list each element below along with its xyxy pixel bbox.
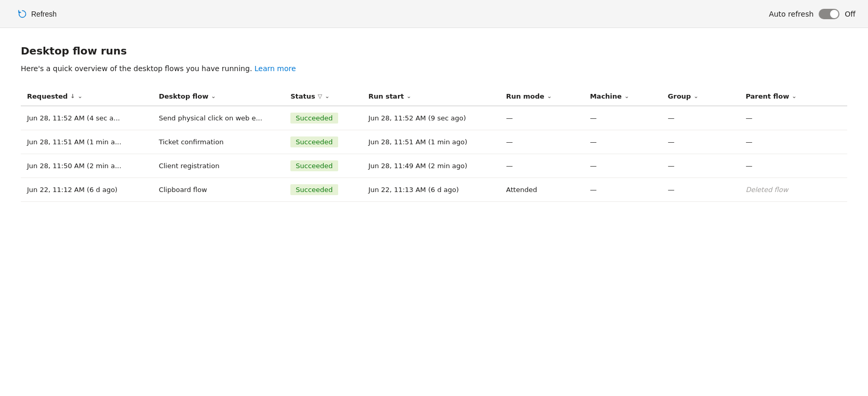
cell-requested: Jun 28, 11:51 AM (1 min a... [21, 130, 153, 154]
top-bar: Refresh Auto refresh Off [0, 0, 868, 28]
cell-parent_flow: — [739, 106, 847, 130]
col-header-parent-flow[interactable]: Parent flow ⌄ [739, 87, 847, 106]
cell-run_start: Jun 22, 11:13 AM (6 d ago) [362, 178, 500, 202]
chevron-down-icon-8: ⌄ [792, 93, 796, 100]
table-row[interactable]: Jun 28, 11:51 AM (1 min a...Ticket confi… [21, 130, 847, 154]
table-header: Requested ↓ ⌄ Desktop flow ⌄ Status ▽ [21, 87, 847, 106]
description-text: Here's a quick overview of the desktop f… [21, 64, 252, 73]
col-label-status: Status [290, 92, 315, 100]
status-badge: Succeeded [290, 184, 338, 195]
table-row[interactable]: Jun 28, 11:50 AM (2 min a...Client regis… [21, 154, 847, 178]
cell-requested: Jun 28, 11:50 AM (2 min a... [21, 154, 153, 178]
cell-desktop_flow: Send physical click on web e... [153, 106, 285, 130]
status-badge: Succeeded [290, 113, 338, 124]
col-header-status[interactable]: Status ▽ ⌄ [284, 87, 362, 106]
cell-machine: — [584, 178, 662, 202]
main-content: Desktop flow runs Here's a quick overvie… [0, 28, 868, 396]
cell-requested: Jun 28, 11:52 AM (4 sec a... [21, 106, 153, 130]
cell-run_mode: — [500, 154, 583, 178]
col-header-requested[interactable]: Requested ↓ ⌄ [21, 87, 153, 106]
cell-desktop_flow: Clipboard flow [153, 178, 285, 202]
auto-refresh-toggle[interactable] [819, 9, 839, 19]
chevron-down-icon: ⌄ [78, 93, 83, 100]
flow-runs-table: Requested ↓ ⌄ Desktop flow ⌄ Status ▽ [21, 87, 847, 202]
table-row[interactable]: Jun 28, 11:52 AM (4 sec a...Send physica… [21, 106, 847, 130]
cell-parent_flow: — [739, 154, 847, 178]
cell-run_mode: — [500, 106, 583, 130]
cell-machine: — [584, 106, 662, 130]
cell-requested: Jun 22, 11:12 AM (6 d ago) [21, 178, 153, 202]
col-label-machine: Machine [590, 92, 622, 100]
table-row[interactable]: Jun 22, 11:12 AM (6 d ago)Clipboard flow… [21, 178, 847, 202]
col-label-desktop-flow: Desktop flow [159, 92, 209, 100]
page-title: Desktop flow runs [21, 45, 847, 57]
refresh-icon [18, 9, 27, 19]
chevron-down-icon-3: ⌄ [325, 93, 329, 100]
cell-desktop_flow: Client registration [153, 154, 285, 178]
auto-refresh-area: Auto refresh Off [769, 9, 856, 19]
chevron-down-icon-6: ⌄ [624, 93, 629, 100]
page-description: Here's a quick overview of the desktop f… [21, 64, 847, 73]
cell-run_mode: Attended [500, 178, 583, 202]
col-header-group[interactable]: Group ⌄ [662, 87, 740, 106]
cell-group: — [662, 106, 740, 130]
cell-machine: — [584, 130, 662, 154]
filter-icon: ▽ [318, 93, 322, 100]
cell-status: Succeeded [284, 154, 362, 178]
refresh-label: Refresh [31, 10, 57, 18]
col-header-machine[interactable]: Machine ⌄ [584, 87, 662, 106]
col-label-run-mode: Run mode [506, 92, 544, 100]
cell-parent_flow: Deleted flow [739, 178, 847, 202]
chevron-down-icon-5: ⌄ [547, 93, 552, 100]
chevron-down-icon-7: ⌄ [693, 93, 698, 100]
status-badge: Succeeded [290, 160, 338, 171]
cell-status: Succeeded [284, 106, 362, 130]
toggle-state-label: Off [845, 10, 856, 18]
cell-machine: — [584, 154, 662, 178]
col-label-parent-flow: Parent flow [745, 92, 789, 100]
cell-status: Succeeded [284, 178, 362, 202]
cell-group: — [662, 178, 740, 202]
cell-run_start: Jun 28, 11:52 AM (9 sec ago) [362, 106, 500, 130]
col-label-group: Group [668, 92, 691, 100]
col-label-run-start: Run start [368, 92, 404, 100]
sort-down-icon: ↓ [70, 93, 75, 100]
learn-more-link[interactable]: Learn more [255, 64, 296, 73]
cell-run_start: Jun 28, 11:51 AM (1 min ago) [362, 130, 500, 154]
chevron-down-icon-2: ⌄ [211, 93, 216, 100]
refresh-button[interactable]: Refresh [12, 6, 62, 22]
cell-group: — [662, 154, 740, 178]
cell-parent_flow: — [739, 130, 847, 154]
cell-desktop_flow: Ticket confirmation [153, 130, 285, 154]
col-header-run-start[interactable]: Run start ⌄ [362, 87, 500, 106]
col-label-requested: Requested [27, 92, 68, 100]
cell-run_mode: — [500, 130, 583, 154]
status-badge: Succeeded [290, 136, 338, 147]
header-row: Requested ↓ ⌄ Desktop flow ⌄ Status ▽ [21, 87, 847, 106]
table-body: Jun 28, 11:52 AM (4 sec a...Send physica… [21, 106, 847, 202]
col-header-run-mode[interactable]: Run mode ⌄ [500, 87, 583, 106]
col-header-desktop-flow[interactable]: Desktop flow ⌄ [153, 87, 285, 106]
cell-status: Succeeded [284, 130, 362, 154]
auto-refresh-label: Auto refresh [769, 10, 813, 18]
cell-run_start: Jun 28, 11:49 AM (2 min ago) [362, 154, 500, 178]
toggle-knob [830, 10, 838, 18]
chevron-down-icon-4: ⌄ [407, 93, 411, 100]
cell-group: — [662, 130, 740, 154]
